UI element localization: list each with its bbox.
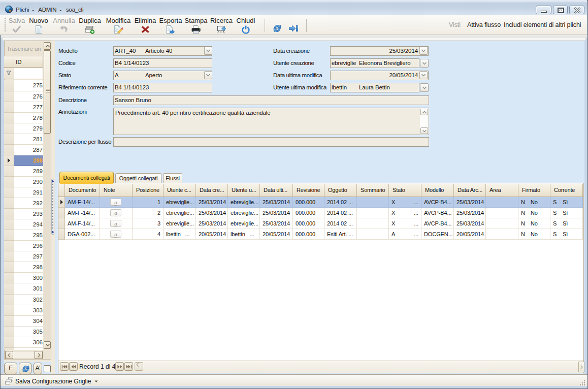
svg-text:M: M	[9, 9, 12, 12]
